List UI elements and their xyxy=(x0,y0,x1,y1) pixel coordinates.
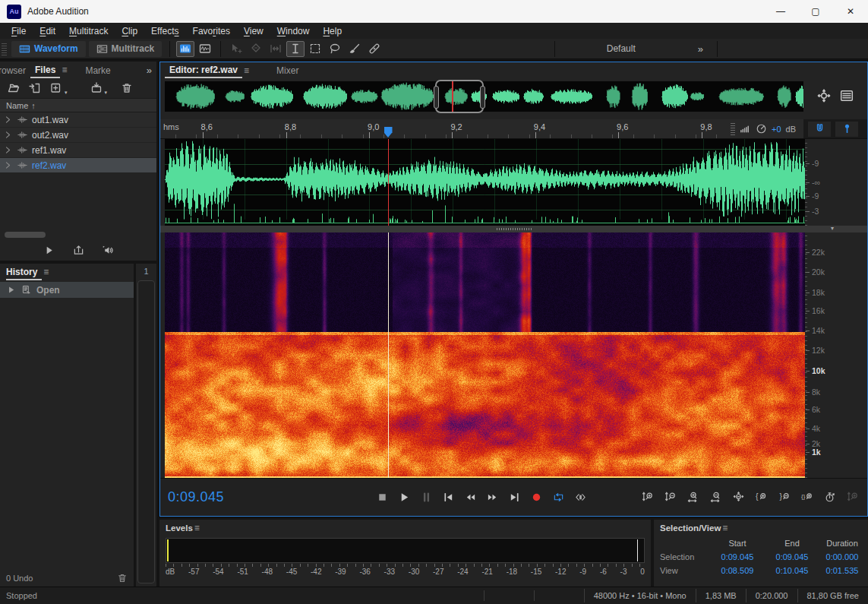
overview-options-icon[interactable] xyxy=(840,89,854,103)
clear-history-trash-icon[interactable] xyxy=(117,573,128,583)
zoom-to-in-point-button[interactable]: { xyxy=(752,490,770,505)
marquee-selection-tool[interactable] xyxy=(306,41,324,57)
new-content-dropdown-icon[interactable]: ▾ xyxy=(65,90,68,98)
expand-chevron-icon[interactable] xyxy=(3,115,13,125)
zoom-in-time-button[interactable] xyxy=(683,490,702,505)
menu-item[interactable]: View xyxy=(237,26,270,36)
rewind-button[interactable] xyxy=(462,490,479,505)
play-button[interactable] xyxy=(396,490,413,505)
waveform-display-toggle[interactable] xyxy=(196,41,214,57)
gain-knob-icon[interactable] xyxy=(756,123,767,134)
files-column-header[interactable]: Name ↑ xyxy=(0,98,156,112)
history-panel-menu-icon[interactable]: ≡ xyxy=(42,267,53,277)
stop-button[interactable] xyxy=(374,490,391,505)
zoom-to-selection-button[interactable]: {} xyxy=(797,490,816,505)
toolbar-grip-handle[interactable] xyxy=(2,42,7,55)
level-meter-icon[interactable] xyxy=(740,123,751,134)
paintbrush-selection-tool[interactable] xyxy=(346,41,364,57)
auto-play-speaker-icon[interactable] xyxy=(103,245,114,256)
wave-spectral-divider[interactable]: ▾ xyxy=(160,226,867,232)
close-button[interactable]: ✕ xyxy=(833,0,868,23)
zoom-out-amplitude-button[interactable] xyxy=(661,490,679,505)
editor-panel-menu-icon[interactable]: ≡ xyxy=(242,65,254,76)
timeline-ruler[interactable]: 8,6 8,8 9,0 9,2 9,4 9,6 9,8 xyxy=(160,119,867,139)
tab-history[interactable]: History xyxy=(6,264,42,280)
skip-to-start-button[interactable] xyxy=(440,490,457,505)
close-files-trash-icon[interactable] xyxy=(121,82,133,94)
spectrogram-canvas[interactable] xyxy=(165,232,805,478)
history-item[interactable]: Open xyxy=(0,282,134,298)
menu-item[interactable]: Effects xyxy=(144,26,185,36)
lasso-selection-tool[interactable] xyxy=(326,41,344,57)
expand-chevron-icon[interactable] xyxy=(3,160,13,170)
selection-view-title[interactable]: Selection/View xyxy=(660,523,721,533)
waveform-overview[interactable] xyxy=(165,81,803,112)
expand-chevron-icon[interactable] xyxy=(3,130,13,140)
insert-into-multitrack-icon[interactable] xyxy=(90,82,103,94)
files-panel-menu-icon[interactable]: ≡ xyxy=(60,65,71,75)
sv-selection-end[interactable]: 0:09.045 xyxy=(765,552,819,561)
sv-selection-duration[interactable]: 0:00.000 xyxy=(819,552,865,561)
gain-grip-handle[interactable] xyxy=(731,123,735,135)
menu-item[interactable]: Edit xyxy=(33,26,62,36)
overview-playhead[interactable] xyxy=(452,81,453,112)
waveform-canvas[interactable] xyxy=(165,139,805,226)
new-content-icon[interactable] xyxy=(50,82,62,94)
file-row[interactable]: out2.wav xyxy=(0,128,156,143)
skip-selection-button[interactable] xyxy=(573,490,589,505)
waveform-display[interactable] xyxy=(165,139,805,226)
sv-view-duration[interactable]: 0:01.535 xyxy=(819,566,865,575)
tab-mixer[interactable]: Mixer xyxy=(272,63,303,77)
multitrack-editor-button[interactable]: Multitrack xyxy=(89,41,163,57)
level-meter[interactable] xyxy=(166,538,645,563)
timer-record-button[interactable] xyxy=(820,490,838,505)
tab-markers[interactable]: Marke xyxy=(80,63,115,77)
workspace-overflow-button[interactable]: » xyxy=(690,43,711,55)
fast-forward-button[interactable] xyxy=(485,490,501,505)
menu-item[interactable]: Window xyxy=(270,26,317,36)
preview-play-icon[interactable] xyxy=(43,245,55,256)
loop-playback-button[interactable] xyxy=(551,490,567,505)
snapping-toggle-button[interactable] xyxy=(808,122,831,137)
selection-view-menu-icon[interactable]: ≡ xyxy=(721,523,732,533)
skip-to-end-button[interactable] xyxy=(507,490,523,505)
time-selection-tool[interactable] xyxy=(286,41,305,57)
sv-selection-start[interactable]: 0:09.045 xyxy=(710,552,765,561)
maximize-button[interactable]: ▢ xyxy=(798,0,833,23)
waveform-editor-button[interactable]: Waveform xyxy=(11,41,86,57)
insert-multitrack-dropdown-icon[interactable]: ▾ xyxy=(105,90,108,98)
spot-healing-brush-tool[interactable] xyxy=(365,41,383,57)
files-horizontal-scrollbar[interactable] xyxy=(5,232,46,238)
zoom-out-full-button[interactable] xyxy=(729,490,747,505)
expand-chevron-icon[interactable] xyxy=(3,145,13,155)
file-row[interactable]: ref1.wav xyxy=(0,143,156,158)
tab-editor-ref2[interactable]: Editor: ref2.wav xyxy=(165,62,242,78)
minimize-button[interactable]: — xyxy=(763,0,798,23)
files-tabs-overflow-button[interactable]: » xyxy=(142,65,156,76)
collapsed-panel-tab[interactable]: 1 xyxy=(136,264,156,279)
file-row[interactable]: out1.wav xyxy=(0,112,156,128)
spectral-display-toggle[interactable] xyxy=(176,41,194,57)
zoom-out-time-button[interactable] xyxy=(706,490,724,505)
ruler-unit-label[interactable]: hms xyxy=(163,122,179,131)
divider-grip-handle[interactable] xyxy=(497,228,532,230)
current-time-display[interactable]: 0:09.045 xyxy=(160,489,331,505)
add-marker-button[interactable] xyxy=(835,122,858,137)
tab-files[interactable]: Files xyxy=(30,62,60,78)
levels-panel-menu-icon[interactable]: ≡ xyxy=(193,523,204,533)
waveform-playhead[interactable] xyxy=(388,139,389,226)
tab-media-browser[interactable]: rowser xyxy=(0,63,30,77)
spectrogram-playhead[interactable] xyxy=(388,232,389,478)
spectral-display[interactable] xyxy=(165,232,805,478)
menu-item[interactable]: File xyxy=(5,26,33,36)
menu-item[interactable]: Favorites xyxy=(186,26,237,36)
zoom-in-amplitude-button[interactable] xyxy=(638,490,656,505)
sv-view-start[interactable]: 0:08.509 xyxy=(710,566,765,575)
zoom-navigate-icon[interactable] xyxy=(817,89,831,103)
open-file-icon[interactable] xyxy=(8,82,20,94)
workspace-selector[interactable]: Default xyxy=(561,43,689,54)
zoom-to-out-point-button[interactable]: } xyxy=(775,490,793,505)
import-file-icon[interactable] xyxy=(29,82,41,94)
levels-panel-title[interactable]: Levels xyxy=(166,523,193,533)
overview-view-range-box[interactable] xyxy=(435,80,485,113)
